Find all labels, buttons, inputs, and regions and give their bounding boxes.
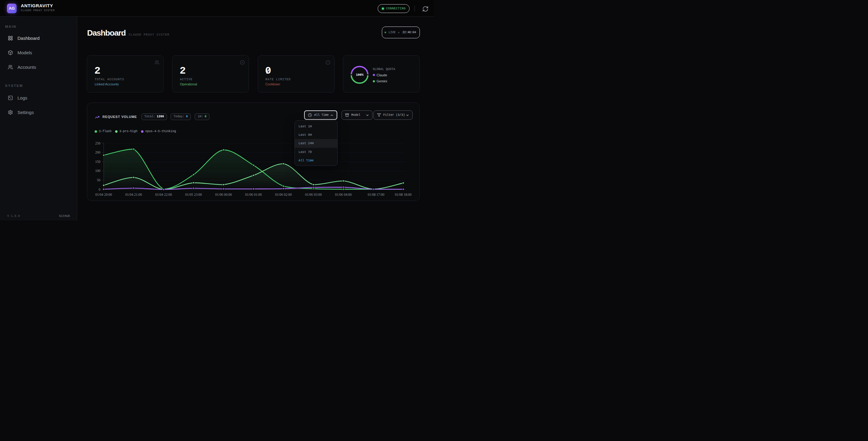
svg-text:50: 50: [97, 178, 101, 182]
svg-text:01/05 23:00: 01/05 23:00: [185, 193, 202, 196]
svg-text:01/06 04:00: 01/06 04:00: [335, 193, 352, 196]
svg-text:100: 100: [95, 169, 101, 173]
svg-text:0: 0: [98, 187, 100, 191]
svg-text:01/08 18:00: 01/08 18:00: [395, 193, 412, 196]
svg-text:01/04 21:00: 01/04 21:00: [125, 193, 142, 196]
svg-text:01/04 20:00: 01/04 20:00: [95, 193, 112, 196]
svg-text:01/06 00:00: 01/06 00:00: [215, 193, 232, 196]
svg-text:150: 150: [95, 160, 101, 164]
svg-text:01/06 03:00: 01/06 03:00: [305, 193, 322, 196]
svg-text:01/04 22:00: 01/04 22:00: [155, 193, 172, 196]
svg-text:200: 200: [95, 150, 101, 154]
svg-text:01/06 02:00: 01/06 02:00: [275, 193, 292, 196]
svg-text:01/06 01:00: 01/06 01:00: [245, 193, 262, 196]
svg-text:01/08 17:00: 01/08 17:00: [368, 193, 384, 196]
svg-text:250: 250: [95, 142, 101, 145]
